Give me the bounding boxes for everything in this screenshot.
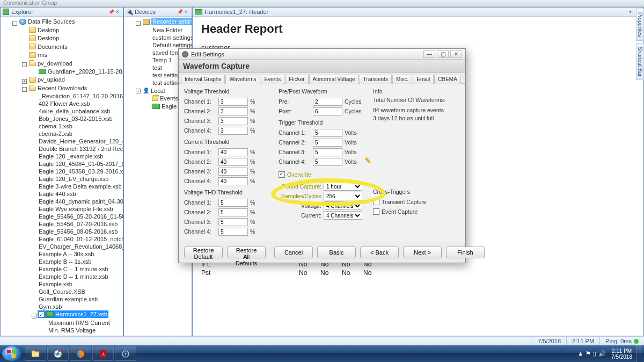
tree-leaf[interactable]: cbema-1.xsb <box>38 122 74 130</box>
tree-leaf[interactable]: Eagle 120 _example.xsb <box>38 153 104 160</box>
dialog-tab[interactable]: Email <box>413 75 434 84</box>
tree-leaf[interactable]: 4wire_delta_unbalance.xsb <box>38 107 111 115</box>
period-capture-select[interactable]: 1 hour <box>324 182 362 191</box>
tree-leaf[interactable]: custom settings <box>151 34 192 41</box>
tree-leaf[interactable]: Eagle 440_dynamic paint_04-30-2013.x <box>38 198 123 205</box>
document-tab[interactable]: Harmonics1_27: Header <box>204 9 268 15</box>
tree-leaf[interactable]: Eagle_55456_05-20-2016_01-58-54PM <box>38 213 123 220</box>
dock-tab-shortcut[interactable]: Shortcut Bar <box>636 43 644 81</box>
pin-icon[interactable]: 📌 <box>108 9 114 15</box>
restore-all-defaults-button[interactable]: Restore All Defaults <box>227 247 266 258</box>
dialog-tab[interactable]: Abnormal Voltage <box>309 75 359 84</box>
tree-leaf[interactable]: Eagle 120_EV_charge.xsb <box>38 175 109 183</box>
threshold-input[interactable] <box>313 148 342 156</box>
tree-toggle[interactable]: - <box>136 21 141 26</box>
tree-toggle[interactable]: - <box>22 62 27 67</box>
pin-icon[interactable]: 📌 <box>177 9 183 15</box>
tree-item[interactable]: Documents <box>28 43 69 50</box>
taskbar-pdf-button[interactable]: 人 <box>92 346 114 361</box>
taskbar-firefox-button[interactable] <box>70 346 91 361</box>
tree-leaf[interactable]: Minimum RMS Voltage <box>47 334 109 336</box>
threshold-input[interactable] <box>313 129 342 137</box>
threshold-input[interactable] <box>218 168 248 176</box>
flag-icon[interactable]: ⚑ <box>586 350 591 357</box>
tray-icons[interactable]: ▲⚑▯🔊 <box>576 350 607 357</box>
dialog-tab[interactable]: CBEMA <box>434 75 461 84</box>
threshold-input[interactable] <box>313 158 342 166</box>
explorer-tree[interactable]: -Data File Sources Desktop Desktop Docum… <box>1 17 123 336</box>
tree-leaf[interactable]: cbema-2.xsb <box>38 130 74 137</box>
maximize-button[interactable]: ▢ <box>437 50 449 58</box>
threshold-input[interactable] <box>218 148 248 156</box>
tree-leaf[interactable]: Eagle_61040_01-12-2015_notch.xsb <box>38 235 123 243</box>
tree-leaf[interactable]: Golf_Course.XSB <box>38 288 86 295</box>
back-button[interactable]: < Back <box>360 247 399 258</box>
tree-root[interactable]: Data File Sources <box>18 18 76 25</box>
tree-leaf[interactable]: EV_Charger_Revolution_14068_10-23- <box>38 243 123 250</box>
tree-toggle[interactable]: - <box>12 21 17 26</box>
threshold-input[interactable] <box>218 208 248 216</box>
dialog-tab[interactable]: Misc. <box>392 75 412 84</box>
taskbar-app-button[interactable] <box>115 346 136 361</box>
tree-leaf[interactable]: Eagle 120_45084_01-05-2017_02-32-2 <box>38 160 123 168</box>
threshold-input[interactable] <box>218 177 248 185</box>
tree-leaf[interactable]: Gym.xsb <box>38 303 63 310</box>
show-desktop-button[interactable] <box>636 345 642 362</box>
tree-leaf[interactable]: Eagle 440.xsb <box>38 190 77 198</box>
dialog-tab[interactable]: Transients <box>360 75 392 84</box>
tree-leaf[interactable]: Eagle 3-wire Delta example.xsb <box>38 183 123 190</box>
threshold-input[interactable] <box>218 228 248 236</box>
dialog-tab[interactable]: Interval Graphs <box>181 75 225 84</box>
dialog-tab[interactable]: Events <box>261 75 285 84</box>
tree-leaf[interactable]: Maximum RMS Current <box>47 319 111 327</box>
tree-item[interactable]: Desktop <box>28 34 60 42</box>
tree-toggle[interactable]: + <box>22 79 27 84</box>
tree-item[interactable]: 👤Local <box>142 87 166 95</box>
tree-leaf[interactable]: Example B -- 1s.xsb <box>38 258 92 265</box>
tree-leaf[interactable]: Events <box>151 95 179 102</box>
taskbar-clock[interactable]: 2:11 PM 7/5/2018 <box>607 348 636 360</box>
threshold-input[interactable] <box>218 98 248 106</box>
tree-item[interactable]: pv_download <box>28 60 74 67</box>
tree-item[interactable]: Recorder settings <box>142 18 192 25</box>
tree-leaf[interactable]: Eagle_55456_07-20-2016.xsb <box>38 220 119 228</box>
tree-leaf[interactable]: Guardian+_20020_11-15-2017.nsf <box>38 68 123 75</box>
tree-leaf[interactable]: Eagle_55456_08-05-2016.xsb <box>38 228 119 235</box>
pre-input[interactable] <box>313 98 342 106</box>
taskbar-explorer-button[interactable] <box>25 346 46 361</box>
tree-leaf[interactable]: _Revolution_61147_10-20-2016.nsf <box>38 92 123 100</box>
post-input[interactable] <box>313 107 342 115</box>
threshold-input[interactable] <box>218 218 248 226</box>
samples-cycles-select[interactable]: 256 <box>324 192 362 200</box>
tree-item[interactable]: Recent Downloads <box>28 84 88 92</box>
tree-leaf[interactable]: Example A -- 30s.xsb <box>38 250 95 258</box>
dropdown-icon[interactable]: ▾ <box>626 9 634 15</box>
tree-leaf[interactable]: Example D -- 1 minute.xsb <box>38 273 109 280</box>
tree-item[interactable]: rms <box>28 51 48 59</box>
transient-checkbox[interactable] <box>373 199 379 205</box>
basic-button[interactable]: Basic <box>317 247 356 258</box>
tree-leaf[interactable]: test setting <box>151 71 182 79</box>
cancel-button[interactable]: Cancel <box>274 247 313 258</box>
current-select[interactable]: 4 Channels <box>324 211 362 220</box>
voltage-select[interactable]: 4 Channels <box>324 201 362 210</box>
overwrite-checkbox[interactable] <box>279 171 285 178</box>
tree-toggle[interactable]: - <box>22 87 27 92</box>
volume-icon[interactable]: 🔊 <box>598 350 606 357</box>
tree-item[interactable]: pv_upload <box>28 76 66 83</box>
start-button[interactable] <box>2 346 21 361</box>
threshold-input[interactable] <box>313 139 342 147</box>
finish-button[interactable]: Finish <box>446 247 485 258</box>
close-icon[interactable]: ✕ <box>114 9 121 15</box>
tree-leaf[interactable]: 402 Flower Ave.xsb <box>38 100 91 107</box>
threshold-input[interactable] <box>218 117 248 125</box>
tree-leaf[interactable]: Eagle 120_45358_03-29-2016.xsb <box>38 168 123 175</box>
threshold-input[interactable] <box>218 107 248 115</box>
network-icon[interactable]: ▯ <box>593 350 596 357</box>
next-button[interactable]: Next > <box>403 247 442 258</box>
tree-leaf-selected[interactable]: Harmonics1_27.xsb <box>38 310 108 318</box>
threshold-input[interactable] <box>218 199 248 207</box>
tree-leaf[interactable]: Guardian example.xsb <box>38 295 99 303</box>
tree-leaf[interactable]: test <box>151 64 163 71</box>
close-icon[interactable]: ✕ <box>183 9 189 15</box>
